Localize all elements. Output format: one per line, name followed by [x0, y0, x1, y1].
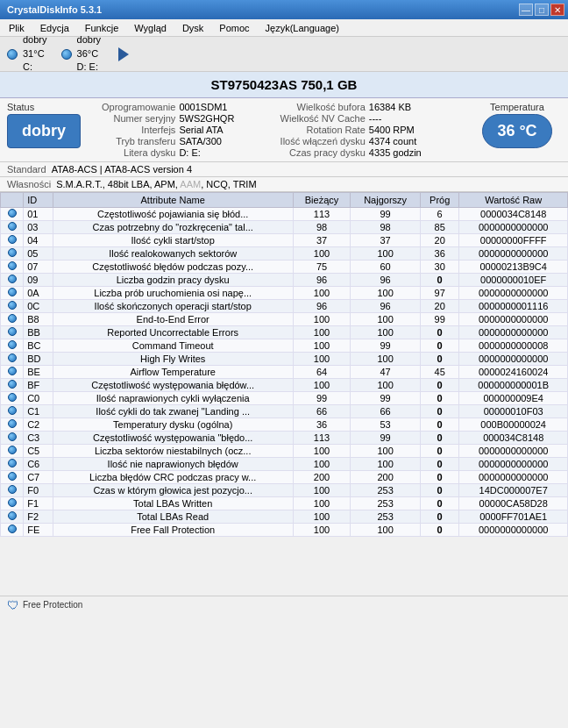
status-dot [8, 459, 17, 467]
drive-bar: dobry 31°C C: dobry 36°C D: E: [0, 37, 568, 72]
info-label-bufsize: Wielkość bufora [280, 102, 366, 112]
table-row[interactable]: F1 Total LBAs Written 100 253 0 00000CA5… [1, 497, 568, 510]
close-button[interactable]: ✕ [550, 4, 564, 16]
table-row[interactable]: 07 Częstotliwość błędów podczas pozy... … [1, 261, 568, 274]
row-current: 100 [293, 497, 350, 510]
table-row[interactable]: C5 Liczba sektorów niestabilnych (ocz...… [1, 445, 568, 458]
status-dot [8, 301, 17, 310]
row-name: Ilość cykli start/stop [53, 234, 293, 247]
menu-item-pomoc[interactable]: Pomoc [214, 21, 254, 35]
row-name: Liczba sektorów niestabilnych (ocz... [53, 445, 293, 458]
row-worst: 99 [351, 339, 421, 353]
row-raw: 0000000000000 [459, 458, 568, 471]
menu-item-dysk[interactable]: Dysk [177, 21, 209, 35]
table-row[interactable]: C1 Ilość cykli do tak zwanej "Landing ..… [1, 405, 568, 418]
row-id: C0 [24, 392, 53, 405]
drive-c-indicator[interactable]: dobry 31°C C: [7, 33, 47, 74]
table-row[interactable]: BD High Fly Writes 100 100 0 00000000000… [1, 353, 568, 366]
status-dot [8, 261, 17, 270]
status-dot [8, 248, 17, 257]
table-row[interactable]: 0A Liczba prób uruchomienia osi napę... … [1, 287, 568, 300]
row-dot-cell [1, 339, 24, 353]
menu-item-funkcje[interactable]: Funkcje [80, 21, 124, 35]
table-row[interactable]: 0C Ilość skończonych operacji start/stop… [1, 300, 568, 313]
status-value: dobry [7, 114, 81, 148]
menu-item-edycja[interactable]: Edycja [35, 21, 75, 35]
table-row[interactable]: 09 Liczba godzin pracy dysku 96 96 0 000… [1, 274, 568, 287]
table-row[interactable]: BE Airflow Temperature 64 47 45 00000241… [1, 366, 568, 379]
table-row[interactable]: F0 Czas w którym głowica jest pozycjo...… [1, 484, 568, 497]
row-dot-cell [1, 432, 24, 445]
info-label-serial: Numer seryjny [102, 113, 175, 124]
status-dot [8, 485, 17, 494]
row-current: 100 [293, 524, 350, 537]
menu-item-jzyklanguage[interactable]: Język(Language) [260, 21, 344, 35]
table-row[interactable]: C3 Częstotliwość występowania "błędo... … [1, 432, 568, 445]
row-name: Reported Uncorrectable Errors [53, 326, 293, 339]
table-row[interactable]: BF Częstotliwość występowania błędów... … [1, 379, 568, 392]
row-current: 100 [293, 326, 350, 339]
menu-item-wygld[interactable]: Wygląd [129, 21, 172, 35]
attribute-table-container[interactable]: ID Attribute Name Bieżący Najgorszy Próg… [0, 192, 568, 596]
status-dot [8, 209, 17, 218]
table-row[interactable]: BC Command Timeout 100 99 0 000000000000… [1, 339, 568, 353]
status-dot [8, 340, 17, 349]
info-value-serial: 5WS2GHQR [179, 113, 276, 124]
status-dot [8, 432, 17, 441]
row-current: 96 [293, 274, 350, 287]
row-id: C6 [24, 458, 53, 471]
menu-item-plik[interactable]: Plik [4, 21, 30, 35]
status-dot [8, 380, 17, 389]
table-row[interactable]: C2 Temperatury dysku (ogólna) 36 53 0 00… [1, 418, 568, 432]
row-current: 100 [293, 510, 350, 524]
row-raw: 00000000FFFF [459, 234, 568, 247]
table-row[interactable]: 05 Ilość realokowanych sektorów 100 100 … [1, 247, 568, 261]
drive-c-info: dobry 31°C C: [23, 33, 47, 74]
table-row[interactable]: 01 Częstotliwość pojawiania się błód... … [1, 208, 568, 221]
row-dot-cell [1, 484, 24, 497]
table-row[interactable]: BB Reported Uncorrectable Errors 100 100… [1, 326, 568, 339]
status-dot [8, 393, 17, 402]
drive-de-indicator[interactable]: dobry 36°C D: E: [61, 33, 102, 74]
row-id: 05 [24, 247, 53, 261]
row-threshold: 97 [420, 287, 458, 300]
row-raw: 0000000000000 [459, 326, 568, 339]
status-dot [8, 314, 17, 323]
row-worst: 100 [351, 458, 421, 471]
row-worst: 253 [351, 484, 421, 497]
drive-de-temp: 36°C [77, 47, 102, 61]
maximize-button[interactable]: □ [535, 4, 549, 16]
table-row[interactable]: B8 End-to-End Error 100 100 99 000000000… [1, 313, 568, 326]
properties-label: Własności [7, 179, 51, 189]
row-worst: 47 [351, 366, 421, 379]
row-name: Ilość cykli do tak zwanej "Landing ... [53, 405, 293, 418]
row-id: BE [24, 366, 53, 379]
row-threshold: 0 [420, 353, 458, 366]
table-row[interactable]: 03 Czas potrzebny do "rozkręcenia" tal..… [1, 221, 568, 234]
info-label-software: Oprogramowanie [102, 102, 175, 112]
row-current: 100 [293, 458, 350, 471]
table-row[interactable]: C6 Ilość nie naprawionych błędów 100 100… [1, 458, 568, 471]
row-threshold: 0 [420, 497, 458, 510]
row-dot-cell [1, 366, 24, 379]
table-row[interactable]: F2 Total LBAs Read 100 253 0 0000FF701AE… [1, 510, 568, 524]
row-worst: 53 [351, 418, 421, 432]
row-worst: 99 [351, 208, 421, 221]
table-row[interactable]: C7 Liczba błędów CRC podczas pracy w... … [1, 471, 568, 484]
table-row[interactable]: C0 Ilość naprawionych cykli wyłączenia 9… [1, 392, 568, 405]
row-name: Ilość naprawionych cykli wyłączenia [53, 392, 293, 405]
status-label: Status [7, 102, 95, 112]
row-current: 37 [293, 234, 350, 247]
row-id: F0 [24, 484, 53, 497]
table-row[interactable]: FE Free Fall Protection 100 100 0 000000… [1, 524, 568, 537]
status-dot [8, 511, 17, 520]
col-name: Attribute Name [53, 193, 293, 208]
row-dot-cell [1, 287, 24, 300]
status-dot [8, 222, 17, 231]
minimize-button[interactable]: — [519, 4, 533, 16]
row-current: 100 [293, 445, 350, 458]
row-raw: 00000010F03 [459, 405, 568, 418]
table-row[interactable]: 04 Ilość cykli start/stop 37 37 20 00000… [1, 234, 568, 247]
row-dot-cell [1, 313, 24, 326]
row-worst: 100 [351, 326, 421, 339]
